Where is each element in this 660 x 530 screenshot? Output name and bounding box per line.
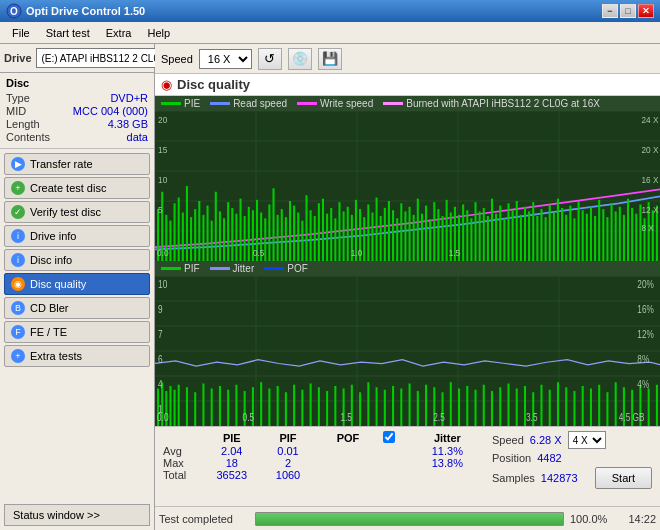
svg-rect-48: [301, 221, 303, 261]
read-speed-color: [210, 102, 230, 105]
pif-label: PIF: [184, 263, 200, 274]
speed-label-stat: Speed: [492, 434, 524, 446]
menu-help[interactable]: Help: [139, 25, 178, 41]
pof-color: [264, 267, 284, 270]
avg-jitter: 11.3%: [411, 445, 484, 457]
svg-text:12 X: 12 X: [641, 204, 658, 215]
disc-button[interactable]: 💿: [288, 48, 312, 70]
svg-rect-203: [499, 387, 501, 426]
svg-rect-116: [582, 210, 584, 261]
pof-label: POF: [287, 263, 308, 274]
nav-disc-quality[interactable]: ◉ Disc quality: [4, 273, 150, 295]
svg-rect-34: [244, 216, 246, 261]
svg-rect-222: [656, 385, 658, 426]
bottom-legend: PIF Jitter POF: [155, 261, 660, 276]
svg-rect-105: [536, 216, 538, 261]
total-pif: 1060: [261, 469, 316, 481]
svg-rect-77: [421, 214, 423, 261]
burned-color: [383, 102, 403, 105]
svg-rect-210: [557, 382, 559, 426]
svg-rect-112: [565, 215, 567, 261]
progress-bar-container: [255, 512, 564, 526]
save-button[interactable]: 💾: [318, 48, 342, 70]
svg-rect-182: [326, 391, 328, 426]
svg-text:4: 4: [158, 380, 163, 391]
svg-rect-90: [474, 202, 476, 261]
status-window-label: Status window >>: [13, 509, 100, 521]
svg-rect-191: [400, 389, 402, 427]
app-title: Opti Drive Control 1.50: [26, 5, 602, 17]
speed-select[interactable]: 16 X: [199, 49, 252, 69]
nav-cd-bler[interactable]: B CD Bler: [4, 297, 150, 319]
svg-rect-124: [615, 211, 617, 261]
svg-rect-179: [301, 390, 303, 426]
svg-rect-19: [182, 213, 184, 261]
svg-rect-18: [178, 198, 180, 261]
svg-text:3.5: 3.5: [526, 412, 537, 423]
svg-rect-187: [367, 382, 369, 426]
start-button[interactable]: Start: [595, 467, 652, 489]
svg-rect-79: [429, 219, 431, 261]
legend-burned-with: Burned with ATAPI iHBS112 2 CL0G at 16X: [383, 98, 600, 109]
avg-pie: 2.04: [203, 445, 261, 457]
drive-section: Drive (E:) ATAPI iHBS112 2 CL0G: [0, 44, 154, 73]
svg-rect-175: [268, 389, 270, 427]
svg-rect-221: [648, 389, 650, 427]
svg-rect-170: [227, 390, 229, 426]
svg-rect-177: [285, 392, 287, 426]
maximize-button[interactable]: □: [620, 4, 636, 18]
svg-rect-216: [606, 392, 608, 426]
jitter-checkbox[interactable]: [383, 431, 395, 443]
speed-row: Speed 6.28 X 4 X: [492, 431, 652, 449]
top-chart: /* PIE bars generated below */: [155, 111, 660, 261]
svg-rect-120: [598, 200, 600, 261]
disc-type-row: Type DVD+R: [6, 92, 148, 104]
minimize-button[interactable]: −: [602, 4, 618, 18]
svg-rect-89: [470, 218, 472, 261]
svg-rect-56: [334, 218, 336, 261]
svg-rect-117: [586, 214, 588, 261]
svg-rect-183: [334, 386, 336, 426]
nav-disc-info[interactable]: i Disc info: [4, 249, 150, 271]
menu-file[interactable]: File: [4, 25, 38, 41]
top-legend: PIE Read speed Write speed Burned with A…: [155, 96, 660, 111]
stats-avg-row: Avg 2.04 0.01 11.3%: [163, 445, 484, 457]
svg-rect-32: [235, 214, 237, 261]
verify-test-disc-icon: ✓: [11, 205, 25, 219]
drive-label: Drive: [4, 52, 32, 64]
nav-transfer-rate[interactable]: ▶ Transfer rate: [4, 153, 150, 175]
disc-mid-label: MID: [6, 105, 26, 117]
close-button[interactable]: ✕: [638, 4, 654, 18]
svg-rect-167: [202, 384, 204, 427]
svg-rect-63: [363, 217, 365, 261]
svg-rect-213: [582, 386, 584, 426]
svg-text:0.0: 0.0: [157, 412, 168, 423]
nav-transfer-rate-label: Transfer rate: [30, 158, 93, 170]
svg-rect-109: [553, 213, 555, 261]
svg-rect-24: [202, 215, 204, 261]
create-test-disc-icon: +: [11, 181, 25, 195]
nav-create-test-disc[interactable]: + Create test disc: [4, 177, 150, 199]
speed-display-select[interactable]: 4 X: [568, 431, 606, 449]
status-window-button[interactable]: Status window >>: [4, 504, 150, 526]
svg-rect-186: [359, 392, 361, 426]
menu-extra[interactable]: Extra: [98, 25, 140, 41]
svg-rect-133: [652, 210, 654, 261]
nav-extra-tests[interactable]: + Extra tests: [4, 345, 150, 367]
svg-rect-169: [219, 386, 221, 426]
max-pif: 2: [261, 457, 316, 469]
nav-drive-info[interactable]: i Drive info: [4, 225, 150, 247]
nav-verify-test-disc[interactable]: ✓ Verify test disc: [4, 201, 150, 223]
disc-section-title: Disc: [6, 77, 148, 89]
svg-rect-103: [528, 211, 530, 261]
refresh-button[interactable]: ↺: [258, 48, 282, 70]
svg-rect-35: [248, 207, 250, 261]
svg-rect-178: [293, 385, 295, 426]
svg-rect-58: [343, 211, 345, 261]
nav-fe-te[interactable]: F FE / TE: [4, 321, 150, 343]
stats-total-row: Total 36523 1060: [163, 469, 484, 481]
legend-pif: PIF: [161, 263, 200, 274]
menu-start-test[interactable]: Start test: [38, 25, 98, 41]
svg-rect-166: [194, 392, 196, 426]
svg-rect-83: [446, 200, 448, 261]
